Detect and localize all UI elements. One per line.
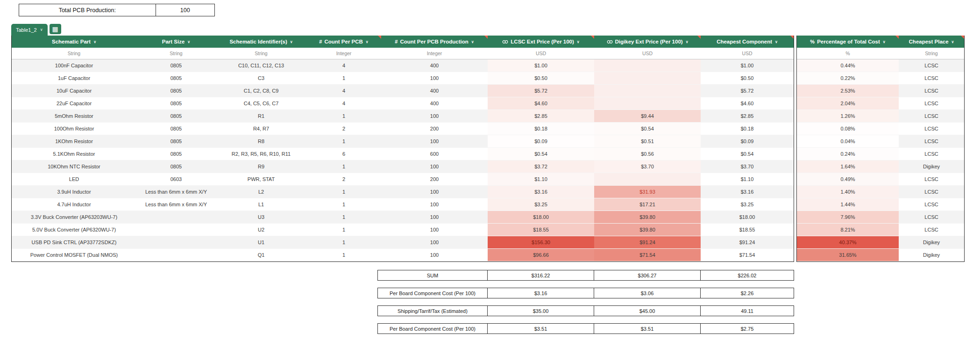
cell-size[interactable]: 0805 [136,148,216,160]
cell-count[interactable]: 1 [306,135,381,147]
chevron-down-icon[interactable]: ∨ [686,40,689,44]
cell-digikey[interactable] [594,173,701,185]
cell-cheapest[interactable]: $91.24 [701,236,794,248]
cell-digikey[interactable]: $39.80 [594,211,701,223]
cell-pct[interactable]: 8.21% [797,224,899,236]
column-header-ids[interactable]: Schematic Identifier(s)∨ [216,36,306,48]
cell-cheapest[interactable]: $1.10 [701,173,794,185]
cell-place[interactable]: LCSC [899,148,964,160]
chevron-down-icon[interactable]: ∨ [93,40,96,44]
cell-count[interactable]: 1 [306,236,381,248]
cell-size[interactable]: 0805 [136,110,216,122]
cell-cheapest[interactable]: $4.60 [701,97,794,109]
cell-place[interactable]: Digikey [899,249,964,261]
cell-pct[interactable]: 7.96% [797,211,899,223]
cell-ids[interactable]: R1 [216,110,306,122]
summary-value-cheapest[interactable]: $226.02 [701,270,794,280]
cell-prod[interactable]: 400 [381,85,488,97]
cell-count[interactable]: 6 [306,148,381,160]
cell-part[interactable]: USB PD Sink CTRL (AP33772SDKZ) [12,236,136,248]
cell-prod[interactable]: 100 [381,110,488,122]
chevron-down-icon[interactable]: ∨ [577,40,580,44]
cell-part[interactable]: Power Control MOSFET (Dual NMOS) [12,249,136,261]
cell-part[interactable]: 3.3V Buck Converter (AP63203WU-7) [12,211,136,223]
cell-pct[interactable]: 0.08% [797,123,899,135]
cell-digikey[interactable]: $0.51 [594,135,701,147]
cell-ids[interactable]: R9 [216,160,306,173]
cell-lcsc[interactable]: $0.54 [488,148,594,160]
summary-value-cheapest[interactable]: $2.75 [701,324,794,334]
cell-count[interactable]: 1 [306,160,381,173]
cell-cheapest[interactable]: $0.50 [701,72,794,84]
chevron-down-icon[interactable]: ∨ [775,40,778,44]
cell-prod[interactable]: 100 [381,72,488,84]
cell-place[interactable]: LCSC [899,110,964,122]
cell-size[interactable]: Less than 6mm x 6mm X/Y [136,186,216,198]
cell-digikey[interactable] [594,85,701,97]
cell-place[interactable]: LCSC [899,224,964,236]
cell-size[interactable] [136,224,216,236]
cell-lcsc[interactable]: $1.10 [488,173,594,185]
column-header-place[interactable]: Cheapest Place∨ [899,36,964,48]
cell-part[interactable]: 100nF Capacitor [12,59,136,72]
cell-prod[interactable]: 100 [381,186,488,198]
cell-ids[interactable]: U1 [216,236,306,248]
cell-count[interactable]: 4 [306,85,381,97]
cell-count[interactable]: 1 [306,186,381,198]
cell-lcsc[interactable]: $1.00 [488,59,594,72]
cell-cheapest[interactable]: $0.18 [701,123,794,135]
cell-lcsc[interactable]: $5.72 [488,85,594,97]
cell-cheapest[interactable]: $5.72 [701,85,794,97]
cell-cheapest[interactable]: $18.00 [701,211,794,223]
cell-count[interactable]: 1 [306,249,381,261]
cell-pct[interactable]: 0.49% [797,173,899,185]
cell-place[interactable]: LCSC [899,85,964,97]
cell-size[interactable]: 0805 [136,72,216,84]
cell-lcsc[interactable]: $3.72 [488,160,594,173]
table-grid-icon-button[interactable]: ▦ [50,24,61,34]
chevron-down-icon[interactable]: ∨ [366,40,369,44]
cell-ids[interactable]: Q1 [216,249,306,261]
cell-count[interactable]: 1 [306,211,381,223]
cell-pct[interactable]: 2.04% [797,97,899,109]
summary-value-digikey[interactable]: $3.51 [594,324,701,334]
chevron-down-icon[interactable]: ∨ [883,40,886,44]
cell-cheapest[interactable]: $1.00 [701,59,794,72]
cell-digikey[interactable]: $31.93 [594,186,701,198]
cell-digikey[interactable]: $71.54 [594,249,701,261]
cell-size[interactable] [136,211,216,223]
cell-ids[interactable]: C4, C5, C6, C7 [216,97,306,109]
cell-part[interactable]: 4.7uH Inductor [12,198,136,210]
cell-ids[interactable]: C1, C2, C8, C9 [216,85,306,97]
cell-cheapest[interactable]: $3.25 [701,198,794,210]
cell-pct[interactable]: 31.65% [797,249,899,261]
chevron-down-icon[interactable]: ∨ [952,40,954,44]
cell-ids[interactable]: R2, R3, R5, R6, R10, R11 [216,148,306,160]
cell-place[interactable]: LCSC [899,97,964,109]
cell-prod[interactable]: 100 [381,236,488,248]
cell-place[interactable]: Digikey [899,236,964,248]
cell-pct[interactable]: 2.53% [797,85,899,97]
column-header-count[interactable]: #Count Per PCB∨ [306,36,381,48]
cell-size[interactable]: 0603 [136,173,216,185]
cell-cheapest[interactable]: $18.55 [701,224,794,236]
cell-prod[interactable]: 100 [381,135,488,147]
column-header-pct[interactable]: %Percentage of Total Cost∨ [797,36,899,48]
cell-part[interactable]: 3.9uH Inductor [12,186,136,198]
cell-prod[interactable]: 100 [381,198,488,210]
cell-ids[interactable]: R8 [216,135,306,147]
cell-place[interactable]: LCSC [899,123,964,135]
total-pcb-production-value[interactable]: 100 [156,4,214,16]
cell-size[interactable]: 0805 [136,59,216,72]
cell-place[interactable]: LCSC [899,135,964,147]
summary-label[interactable]: SUM [378,270,488,280]
chevron-down-icon[interactable]: ∨ [187,40,190,44]
summary-value-lcsc[interactable]: $3.16 [488,288,594,298]
column-header-cheapest[interactable]: Cheapest Component∨ [701,36,794,48]
chevron-down-icon[interactable]: ∨ [290,40,293,44]
cell-cheapest[interactable]: $3.16 [701,186,794,198]
cell-count[interactable]: 1 [306,198,381,210]
cell-ids[interactable]: U2 [216,224,306,236]
column-header-lcsc[interactable]: LCSC Ext Price (Per 100)∨ [488,36,594,48]
cell-count[interactable]: 1 [306,72,381,84]
